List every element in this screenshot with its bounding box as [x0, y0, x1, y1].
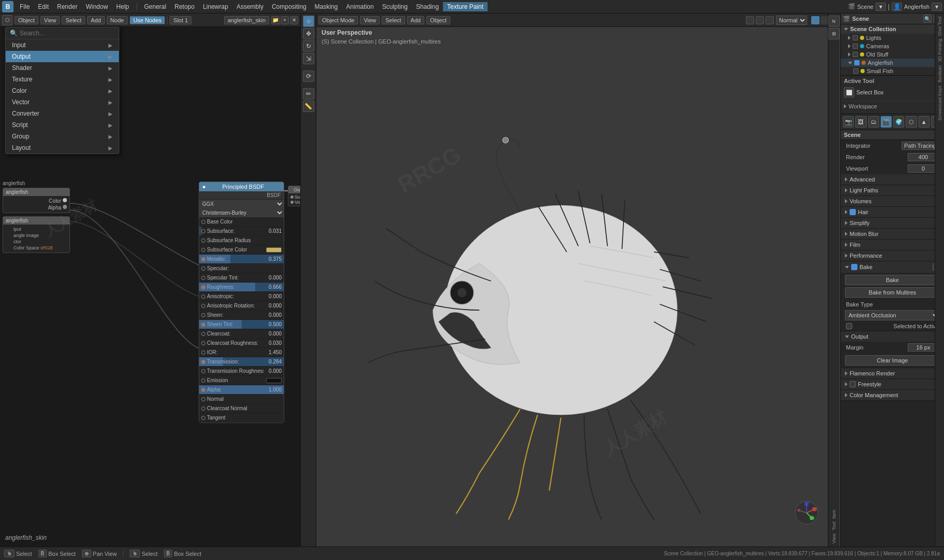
dropdown-vector[interactable]: Vector ▶: [6, 96, 119, 108]
node-add-btn[interactable]: Add: [87, 16, 105, 24]
tool-sidebar-snap[interactable]: ⊞: [828, 28, 840, 39]
tool-scale[interactable]: ⇲: [303, 53, 314, 64]
workspace-texture-paint[interactable]: Texture Paint: [443, 2, 488, 11]
workspace-sculpting[interactable]: Sculpting: [378, 2, 412, 11]
subsurface-color-row[interactable]: Subsurface Color: [199, 245, 284, 255]
integrator-value[interactable]: Path Tracing: [901, 142, 939, 150]
flamenco-header[interactable]: Flamenco Render: [841, 368, 944, 379]
tool-annotate[interactable]: ✏: [303, 88, 314, 100]
tool-transform[interactable]: ⟳: [303, 71, 314, 82]
search-input[interactable]: [20, 30, 115, 37]
dropdown-output[interactable]: Output ▶: [6, 51, 119, 62]
simplify-header[interactable]: Simplify: [841, 218, 944, 228]
scene-menu-btn[interactable]: ▾: [876, 3, 886, 11]
tool-cursor[interactable]: ⊹: [303, 16, 314, 27]
hair-header[interactable]: Hair: [841, 207, 944, 217]
render-icon-scene[interactable]: 🎬: [881, 116, 892, 128]
render-icon-mesh[interactable]: ▲: [919, 116, 929, 128]
bake-btn[interactable]: Bake: [845, 275, 940, 285]
output-node[interactable]: Output Surface Vol.: [288, 186, 300, 206]
workspace-retopo[interactable]: Retopo: [170, 2, 199, 11]
specular-tint-row[interactable]: Specular Tint: 0.000: [199, 273, 284, 283]
selected-to-active-checkbox[interactable]: [846, 323, 852, 329]
sc-item-oldstuff[interactable]: Old Stuff: [841, 50, 944, 59]
viewport-gizmo[interactable]: X Y Z: [794, 500, 820, 526]
subsurface-radius-row[interactable]: Subsurface Radius: [199, 236, 284, 245]
dropdown-group[interactable]: Group ▶: [6, 131, 119, 142]
light-paths-header[interactable]: Light Paths: [841, 185, 944, 195]
viewport-object-btn[interactable]: Object: [426, 16, 450, 24]
workspace-linewrap[interactable]: Linewrap: [199, 2, 232, 11]
add-material-btn[interactable]: +: [281, 16, 289, 24]
shot-tool-tab[interactable]: Shot Tool: [936, 16, 943, 37]
render-icon-object[interactable]: ⬡: [906, 116, 917, 128]
tool-sidebar-1[interactable]: N: [828, 16, 840, 27]
slot-btn[interactable]: Slot 1: [170, 16, 191, 24]
margin-value[interactable]: 16 px: [908, 343, 939, 352]
object-mode-btn[interactable]: Object Mode: [318, 16, 358, 24]
dropdown-input[interactable]: Input ▶: [6, 39, 119, 51]
node-node-btn[interactable]: Node: [107, 16, 128, 24]
sc-item-cameras[interactable]: Cameras 👁: [841, 42, 944, 50]
viewport-value[interactable]: 0: [908, 164, 939, 173]
smallfish-checkbox[interactable]: [853, 68, 858, 74]
render-icon-world[interactable]: 🌍: [893, 116, 904, 128]
subsurface-row[interactable]: Subsurface: 0.031: [199, 227, 284, 236]
menu-edit[interactable]: Edit: [34, 2, 53, 11]
node-view-btn[interactable]: View: [40, 16, 60, 24]
advanced-header[interactable]: Advanced: [841, 174, 944, 185]
dropdown-layout[interactable]: Layout ▶: [6, 142, 119, 153]
emission-row[interactable]: Emission: [199, 376, 284, 385]
tool-rotate[interactable]: ↻: [303, 40, 314, 52]
oldstuff-checkbox[interactable]: [853, 52, 858, 57]
collection-toggle[interactable]: [844, 28, 848, 31]
viewport-view-btn[interactable]: View: [360, 16, 380, 24]
workspace-animation[interactable]: Animation: [342, 2, 378, 11]
menu-help[interactable]: Help: [112, 2, 133, 11]
film-header[interactable]: Film: [841, 240, 944, 250]
sheen-tint-row[interactable]: Sheen Tint: 0.500: [199, 320, 284, 329]
anglerfish-toggle[interactable]: [848, 62, 852, 64]
cameras-checkbox[interactable]: [853, 44, 858, 49]
tool-measure[interactable]: 📏: [303, 101, 314, 112]
performance-header[interactable]: Performance: [841, 250, 944, 261]
clearcoat-normal-row[interactable]: Clearcoat Normal: [199, 404, 284, 413]
use-nodes-btn[interactable]: Use Nodes: [130, 16, 165, 24]
color-mgmt-header[interactable]: Color Management: [841, 390, 944, 400]
dropdown-texture[interactable]: Texture ▶: [6, 74, 119, 85]
dropdown-shader[interactable]: Shader ▶: [6, 62, 119, 74]
anisotropic-rotation-row[interactable]: Anisotropic Rotation: 0.000: [199, 301, 284, 311]
tangent-row[interactable]: Tangent: [199, 413, 284, 423]
render-icon-camera[interactable]: 📷: [843, 116, 854, 128]
clearcoat-row[interactable]: Clearcoat: 0.000: [199, 329, 284, 339]
workspace-shading[interactable]: Shading: [412, 2, 443, 11]
volumes-header[interactable]: Volumes: [841, 196, 944, 206]
viewport-icon-1[interactable]: [746, 16, 754, 24]
dropdown-converter[interactable]: Converter ▶: [6, 108, 119, 119]
metallic-row[interactable]: Metallic: 0.375: [199, 255, 284, 264]
specular-row[interactable]: Specular:: [199, 264, 284, 273]
menu-window[interactable]: Window: [81, 2, 112, 11]
bake-header[interactable]: Bake 🖼: [841, 261, 944, 273]
bake-type-select[interactable]: Ambient Occlusion: [845, 310, 940, 320]
render-icon-output[interactable]: 🖼: [855, 116, 866, 128]
transmission-row[interactable]: Transmission: 0.284: [199, 357, 284, 367]
tool-move[interactable]: ✥: [303, 28, 314, 39]
freestyle-header[interactable]: Freestyle: [841, 379, 944, 389]
normal-row[interactable]: Normal: [199, 395, 284, 404]
anglerfish-checkbox[interactable]: [854, 60, 859, 65]
dropdown-color[interactable]: Color ▶: [6, 85, 119, 96]
lights-checkbox[interactable]: [853, 35, 858, 40]
workspace-assembly[interactable]: Assembly: [232, 2, 268, 11]
viewport-select-btn[interactable]: Select: [382, 16, 405, 24]
hair-checkbox[interactable]: [850, 209, 856, 215]
workspace-masking[interactable]: Masking: [311, 2, 342, 11]
workspace-compositing[interactable]: Compositing: [268, 2, 311, 11]
node-editor-mode-btn[interactable]: Object: [15, 16, 38, 24]
freestyle-checkbox[interactable]: [850, 381, 856, 387]
app-icon[interactable]: B: [2, 1, 13, 12]
output-header[interactable]: Output: [841, 331, 944, 342]
ggx-select[interactable]: GGX: [199, 200, 284, 208]
viewport-icon-3[interactable]: [766, 16, 774, 24]
delete-material-btn[interactable]: ✕: [290, 16, 298, 24]
